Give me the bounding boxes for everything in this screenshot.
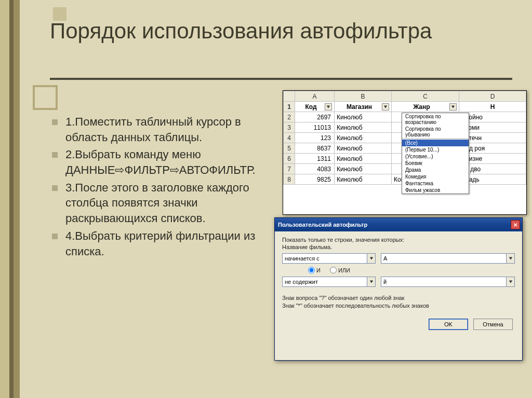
dialog-field-label: Название фильма. bbox=[282, 244, 515, 250]
radio-or[interactable] bbox=[330, 267, 337, 273]
row-number[interactable]: 7 bbox=[284, 164, 295, 174]
cell[interactable]: Кинолюб bbox=[335, 133, 392, 143]
autofilter-dropdown: Сортировка по возрастанию Сортировка по … bbox=[402, 113, 469, 194]
cell[interactable]: 9825 bbox=[295, 174, 335, 185]
row-number[interactable]: 2 bbox=[284, 112, 295, 122]
custom-autofilter-dialog: Пользовательский автофильтр ✕ Показать т… bbox=[274, 217, 523, 361]
decorative-square bbox=[33, 85, 58, 110]
operator2-combo[interactable] bbox=[282, 277, 367, 287]
radio-and[interactable] bbox=[308, 267, 315, 273]
col-letter[interactable]: C bbox=[392, 91, 459, 102]
col-letter[interactable]: D bbox=[459, 91, 526, 102]
close-button[interactable]: ✕ bbox=[511, 220, 520, 229]
filter-button[interactable] bbox=[325, 103, 332, 111]
dropdown-item[interactable]: Сортировка по убыванию bbox=[402, 126, 469, 138]
excel-screenshot: A B C D 1 Код Магазин Жанр Н 22697Кинолю… bbox=[283, 90, 527, 215]
close-icon: ✕ bbox=[513, 222, 517, 228]
decorative-side-bars bbox=[0, 0, 20, 398]
cell[interactable]: Кинолюб bbox=[335, 122, 392, 133]
dialog-prompt: Показать только те строки, значения кото… bbox=[282, 237, 515, 243]
value1-combo[interactable] bbox=[381, 253, 506, 264]
slide-title: Порядок использования автофильтра bbox=[50, 18, 497, 45]
cell[interactable]: Кинолюб bbox=[335, 164, 392, 174]
row-number[interactable]: 5 bbox=[284, 143, 295, 154]
title-underline bbox=[50, 78, 512, 80]
bullet-item: 3.После этого в заголовке каждого столбц… bbox=[50, 180, 273, 226]
cell[interactable]: 123 bbox=[295, 133, 335, 143]
hint-line2: Знак "*" обозначает последовательность л… bbox=[282, 302, 515, 310]
cell[interactable]: 1311 bbox=[295, 154, 335, 164]
col-letter[interactable]: A bbox=[295, 91, 335, 102]
dropdown-button[interactable] bbox=[367, 253, 376, 264]
row-number[interactable]: 6 bbox=[284, 154, 295, 164]
radio-and-label[interactable]: И bbox=[308, 267, 321, 273]
bullet-item: 4.Выбрать критерий фильтрации из списка. bbox=[50, 228, 273, 259]
header-cell: Магазин bbox=[335, 102, 392, 112]
cell[interactable]: Кинолюб bbox=[335, 154, 392, 164]
dropdown-item[interactable]: Сортировка по возрастанию bbox=[402, 113, 469, 126]
bullet-item: 2.Выбрать команду меню ДАННЫЕ⇨ФИЛЬТР⇨АВТ… bbox=[50, 147, 273, 177]
cell[interactable]: Кинолюб bbox=[335, 174, 392, 185]
value2-combo[interactable] bbox=[381, 277, 506, 287]
dropdown-item[interactable]: (Первые 10...) bbox=[402, 146, 469, 153]
bullet-content: 1.Поместить табличный курсор в область д… bbox=[50, 114, 273, 261]
header-cell: Код bbox=[295, 102, 335, 112]
cell[interactable]: Кинолюб bbox=[335, 112, 392, 122]
hint-line1: Знак вопроса "?" обозначает один любой з… bbox=[282, 294, 515, 302]
cell[interactable]: 2697 bbox=[295, 112, 335, 122]
cancel-button[interactable]: Отмена bbox=[473, 319, 513, 330]
row-number[interactable]: 8 bbox=[284, 174, 295, 185]
dropdown-item[interactable]: Комедия bbox=[402, 173, 469, 180]
ok-button[interactable]: OK bbox=[429, 319, 468, 330]
dropdown-item[interactable]: Боевик bbox=[402, 160, 469, 167]
operator1-combo[interactable] bbox=[282, 253, 367, 264]
header-cell: Жанр bbox=[392, 102, 459, 112]
cell[interactable]: 11013 bbox=[295, 122, 335, 133]
bullet-item: 1.Поместить табличный курсор в область д… bbox=[50, 114, 273, 145]
col-letter[interactable]: B bbox=[335, 91, 392, 102]
row-number[interactable]: 3 bbox=[284, 122, 295, 133]
row-number[interactable]: 4 bbox=[284, 133, 295, 143]
row-number[interactable]: 1 bbox=[284, 102, 295, 112]
dropdown-item[interactable]: Драма bbox=[402, 167, 469, 173]
dropdown-item[interactable]: Фантастика bbox=[402, 180, 469, 187]
filter-button[interactable] bbox=[449, 103, 457, 111]
cell[interactable]: Кинолюб bbox=[335, 143, 392, 154]
cell[interactable]: 4083 bbox=[295, 164, 335, 174]
dropdown-item[interactable]: Фильм ужасов bbox=[402, 187, 469, 194]
dropdown-item[interactable]: (Условие...) bbox=[402, 153, 469, 160]
dialog-title: Пользовательский автофильтр bbox=[278, 222, 367, 228]
cell[interactable]: 8637 bbox=[295, 143, 335, 154]
dropdown-button[interactable] bbox=[506, 277, 515, 287]
dropdown-item-selected[interactable]: (Все) bbox=[402, 140, 469, 146]
dropdown-button[interactable] bbox=[506, 253, 515, 264]
header-cell: Н bbox=[459, 102, 526, 112]
dropdown-button[interactable] bbox=[367, 277, 376, 287]
dialog-titlebar[interactable]: Пользовательский автофильтр ✕ bbox=[275, 218, 522, 231]
col-letter[interactable] bbox=[284, 91, 295, 102]
radio-or-label[interactable]: ИЛИ bbox=[330, 267, 350, 273]
filter-button[interactable] bbox=[382, 103, 389, 111]
